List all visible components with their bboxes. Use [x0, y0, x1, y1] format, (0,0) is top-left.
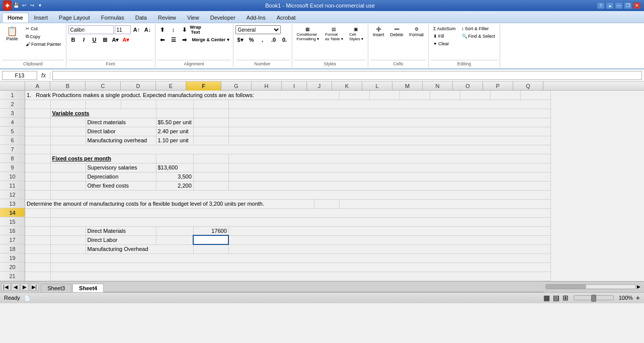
cell-E6[interactable]: 1.10 per unit	[156, 136, 193, 145]
row-num-21[interactable]: 21	[0, 272, 25, 281]
col-header-P[interactable]: P	[483, 81, 513, 91]
decrease-decimal-btn[interactable]: 0.	[280, 35, 290, 44]
row-num-8[interactable]: 8	[0, 154, 25, 163]
align-left-btn[interactable]: ⬅	[157, 35, 168, 44]
sheet-tab-sheet4[interactable]: Sheet4	[72, 284, 104, 292]
col-header-A[interactable]: A	[25, 81, 50, 91]
cell-E3[interactable]	[156, 109, 193, 118]
cell-E9[interactable]: $13,600	[156, 163, 193, 172]
cell-A9[interactable]	[25, 163, 50, 172]
row-num-2[interactable]: 2	[0, 100, 25, 109]
view-page-break-btn[interactable]: ⊞	[562, 294, 569, 302]
font-size-input[interactable]	[115, 25, 131, 34]
cell-F8[interactable]	[193, 154, 228, 163]
cell-C4[interactable]: Direct materials	[86, 118, 156, 127]
align-center-btn[interactable]: ☰	[169, 35, 179, 44]
col-header-C[interactable]: C	[86, 81, 121, 91]
row-num-15[interactable]: 15	[0, 217, 25, 226]
row-num-17[interactable]: 17	[0, 235, 25, 244]
cell-F18[interactable]	[193, 244, 228, 253]
cell-A20[interactable]	[25, 263, 50, 272]
cell-B9[interactable]	[50, 163, 86, 172]
maximize-btn[interactable]: ❐	[624, 2, 632, 9]
cell-C18[interactable]: Manufacturing Overhead	[86, 244, 193, 253]
cell-A17[interactable]	[25, 235, 50, 244]
tab-acrobat[interactable]: Acrobat	[271, 13, 301, 23]
cell-A7[interactable]	[25, 145, 50, 154]
scroll-right-btn[interactable]: ▶	[637, 284, 640, 289]
fill-button[interactable]: ⬇ Fill	[431, 33, 458, 40]
cell-A19[interactable]	[25, 253, 50, 263]
sheet-tab-sheet3[interactable]: Sheet3	[41, 284, 71, 292]
col-header-L[interactable]: L	[362, 81, 392, 91]
cell-A2[interactable]	[25, 100, 50, 109]
row-num-19[interactable]: 19	[0, 253, 25, 263]
tab-page-layout[interactable]: Page Layout	[53, 13, 96, 23]
cell-E5[interactable]: 2.40 per unit	[156, 127, 193, 136]
tab-data[interactable]: Data	[130, 13, 152, 23]
tab-developer[interactable]: Developer	[205, 13, 241, 23]
cell-F17[interactable]	[193, 235, 228, 244]
cell-B16[interactable]	[50, 226, 86, 235]
sheet-nav-prev[interactable]: ◀	[12, 283, 20, 291]
cell-E8[interactable]	[156, 154, 193, 163]
row-num-10[interactable]: 10	[0, 172, 25, 181]
comma-btn[interactable]: ,	[258, 35, 268, 44]
font-name-input[interactable]	[68, 25, 114, 34]
zoom-plus[interactable]: +	[636, 294, 640, 302]
increase-font-btn[interactable]: A↑	[132, 25, 142, 34]
cell-B2[interactable]	[50, 100, 86, 109]
cell-B8[interactable]: Fixed costs per month	[50, 154, 156, 163]
format-painter-button[interactable]: 🖌 Format Painter	[23, 41, 64, 48]
row-num-7[interactable]: 7	[0, 145, 25, 154]
sheet-nav-last[interactable]: ▶|	[30, 283, 39, 291]
cell-E16[interactable]	[156, 226, 193, 235]
sort-filter-button[interactable]: ↕ Sort & Filter	[459, 25, 498, 32]
cell-styles-button[interactable]: ▣ CellStyles ▾	[347, 25, 366, 43]
close-btn[interactable]: ✕	[633, 2, 641, 9]
format-as-table-button[interactable]: ▤ Formatas Table ▾	[323, 25, 346, 43]
merge-center-button[interactable]: Merge & Center ▾	[191, 35, 231, 44]
cell-reference-box[interactable]	[2, 71, 37, 80]
tab-view[interactable]: View	[182, 13, 205, 23]
cell-B17[interactable]	[50, 235, 86, 244]
row-num-12[interactable]: 12	[0, 190, 25, 199]
minimize-btn[interactable]: —	[615, 2, 623, 9]
cell-F4[interactable]	[193, 118, 228, 127]
format-button[interactable]: ⚙ Format	[407, 25, 426, 39]
cell-F2[interactable]	[193, 100, 228, 109]
align-middle-btn[interactable]: ↕	[169, 25, 179, 34]
cell-A8[interactable]	[25, 154, 50, 163]
cell-A4[interactable]	[25, 118, 50, 127]
align-right-btn[interactable]: ➡	[180, 35, 190, 44]
col-header-O[interactable]: O	[453, 81, 483, 91]
cell-F5[interactable]	[193, 127, 228, 136]
find-select-button[interactable]: 🔍 Find & Select	[459, 33, 498, 40]
row-num-20[interactable]: 20	[0, 263, 25, 272]
row-num-3[interactable]: 3	[0, 109, 25, 118]
cell-B4[interactable]	[50, 118, 86, 127]
row-num-16[interactable]: 16	[0, 226, 25, 235]
autosum-button[interactable]: Σ AutoSum	[431, 25, 458, 32]
cell-A10[interactable]	[25, 172, 50, 181]
cell-F3[interactable]	[193, 109, 228, 118]
cell-E4[interactable]: $5.50 per unit	[156, 118, 193, 127]
cell-C17[interactable]: Direct Labor	[86, 235, 156, 244]
row-num-1[interactable]: 1	[0, 91, 25, 100]
row-num-6[interactable]: 6	[0, 136, 25, 145]
insert-button[interactable]: ➕ Insert	[370, 25, 387, 39]
cell-A3[interactable]	[25, 109, 50, 118]
quick-redo[interactable]: ↪	[29, 1, 36, 10]
cell-A6[interactable]	[25, 136, 50, 145]
cell-F6[interactable]	[193, 136, 228, 145]
delete-button[interactable]: ➖ Delete	[387, 25, 406, 39]
cell-C10[interactable]: Depreciation	[86, 172, 156, 181]
cell-C16[interactable]: Direct Materials	[86, 226, 156, 235]
sheet-nav-first[interactable]: |◀	[1, 283, 11, 291]
cell-L1[interactable]	[369, 91, 399, 100]
bold-button[interactable]: B	[68, 35, 78, 44]
cell-A15[interactable]	[25, 217, 50, 226]
select-all-corner[interactable]	[0, 81, 25, 90]
view-layout-btn[interactable]: ▤	[553, 294, 559, 302]
col-header-N[interactable]: N	[423, 81, 453, 91]
